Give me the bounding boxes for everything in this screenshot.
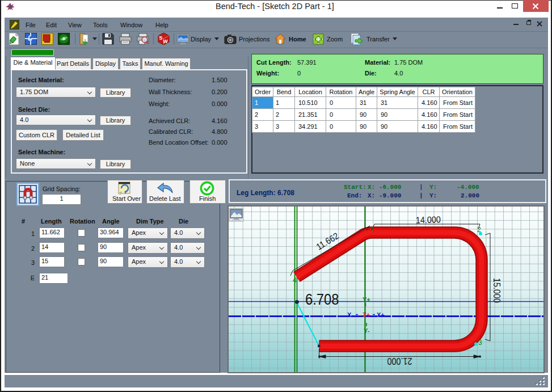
- svg-text:X+: X+: [377, 311, 385, 318]
- svg-text:Z+: Z+: [363, 311, 370, 318]
- svg-text:1: 1: [371, 226, 375, 234]
- svg-text:Y-: Y-: [364, 327, 370, 334]
- svg-text:X-: X-: [347, 311, 353, 318]
- svg-text:Y+: Y+: [363, 296, 370, 303]
- svg-text:S: S: [159, 35, 163, 41]
- svg-text:3: 3: [478, 339, 482, 347]
- svg-text:14.000: 14.000: [415, 214, 441, 225]
- svg-text:15.000: 15.000: [492, 278, 502, 303]
- svg-text:6.708: 6.708: [305, 290, 339, 308]
- svg-text:4: 4: [293, 276, 297, 284]
- svg-text:W: W: [163, 39, 168, 44]
- svg-text:21.000: 21.000: [387, 356, 412, 366]
